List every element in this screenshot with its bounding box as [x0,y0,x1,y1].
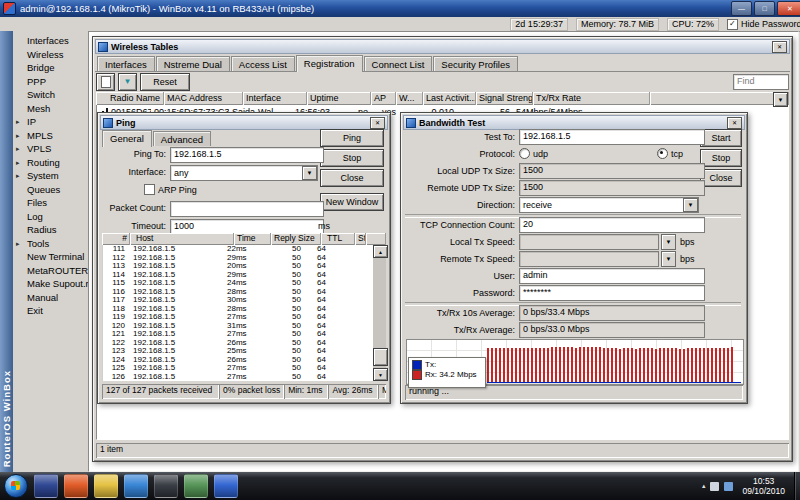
column-wds[interactable]: W... [396,92,423,105]
ping-result-row[interactable]: 118192.168.1.528ms5064 [103,305,373,314]
packet-count-input[interactable] [170,201,324,217]
sidebar-item-routing[interactable]: ▸Routing [13,156,88,170]
network-icon[interactable] [710,482,719,491]
column-mac-address[interactable]: MAC Address [164,92,243,105]
sidebar-item-tools[interactable]: ▸Tools [13,237,88,251]
scroll-up-button[interactable]: ▲ [373,245,388,258]
sidebar-item-new-terminal[interactable]: New Terminal [13,250,88,264]
password-input[interactable]: ******** [519,285,705,301]
find-input[interactable]: Find [733,74,789,90]
tray-expand-icon[interactable]: ▴ [702,482,706,490]
sidebar-item-exit[interactable]: Exit [13,304,88,318]
reset-button[interactable]: Reset [140,73,190,91]
app-icon-6[interactable] [184,474,208,498]
ping-result-row[interactable]: 117192.168.1.530ms5064 [103,296,373,305]
sidebar-item-interfaces[interactable]: Interfaces [13,34,88,48]
close-button[interactable]: ✕ [777,1,800,16]
ping-result-row[interactable]: 125192.168.1.527ms5064 [103,364,373,373]
sidebar-item-switch[interactable]: Switch [13,88,88,102]
sidebar-item-bridge[interactable]: Bridge [13,61,88,75]
test-to-input[interactable]: 192.168.1.5 [519,129,705,145]
close-ping-button[interactable]: Close [320,169,384,187]
scroll-down-button[interactable]: ▼ [373,368,388,381]
wireless-close-button[interactable]: ✕ [772,41,787,53]
column-number[interactable]: # [102,233,130,245]
column-host[interactable]: Host [130,233,234,245]
app-icon-5[interactable] [154,474,178,498]
show-desktop-button[interactable] [794,472,800,500]
tab-connect-list[interactable]: Connect List [364,56,433,71]
hide-passwords-checkbox[interactable]: ✓ Hide Passwords [727,19,800,30]
sidebar-item-queues[interactable]: Queues [13,183,88,197]
media-player-icon[interactable] [34,474,58,498]
sidebar-item-vpls[interactable]: ▸VPLS [13,142,88,156]
column-radio-name[interactable]: Radio Name [96,92,164,105]
column-ttl[interactable]: TTL [321,233,355,245]
new-window-button[interactable]: New Window [320,193,384,211]
start-button[interactable]: Start [700,129,742,147]
file-explorer-icon[interactable] [94,474,118,498]
ping-result-row[interactable]: 126192.168.1.527ms5064 [103,373,373,382]
stop-bandwidth-button[interactable]: Stop [700,149,742,167]
chevron-down-icon[interactable]: ▼ [661,234,676,250]
ping-result-row[interactable]: 116192.168.1.528ms5064 [103,288,373,297]
chevron-down-icon[interactable]: ▼ [683,198,698,212]
ping-tab-general[interactable]: General [102,130,152,147]
filter-button[interactable]: ▼ [118,73,137,91]
sidebar-item-files[interactable]: Files [13,196,88,210]
sidebar-item-radius[interactable]: Radius [13,223,88,237]
ping-result-row[interactable]: 119192.168.1.527ms5064 [103,313,373,322]
column-reply-size[interactable]: Reply Size [271,233,321,245]
column-signal-strength[interactable]: Signal Strengt... [476,92,533,105]
chevron-down-icon[interactable]: ▼ [661,251,676,267]
ping-result-row[interactable]: 123192.168.1.525ms5064 [103,347,373,356]
column-last-activity[interactable]: Last Activit... [423,92,476,105]
user-input[interactable]: admin [519,268,705,284]
memory-text[interactable]: Memory: 78.7 MiB [576,18,659,31]
protocol-udp-radio[interactable]: udp [519,148,548,159]
ping-result-row[interactable]: 111192.168.1.522ms5064 [103,245,373,254]
column-uptime[interactable]: Uptime [307,92,371,105]
sidebar-item-system[interactable]: ▸System [13,169,88,183]
browser-icon[interactable] [64,474,88,498]
direction-select[interactable]: receive ▼ [519,197,699,213]
protocol-tcp-radio[interactable]: tcp [657,148,683,159]
column-status[interactable]: Status [355,233,366,245]
sidebar-item-manual[interactable]: Manual [13,291,88,305]
column-selector-button[interactable]: ▼ [773,92,788,107]
ping-result-row[interactable]: 112192.168.1.529ms5064 [103,254,373,263]
ping-tab-advanced[interactable]: Advanced [153,131,211,146]
sidebar-item-metarouter[interactable]: MetaROUTER [13,264,88,278]
tab-registration[interactable]: Registration [296,55,363,72]
column-ap[interactable]: AP [371,92,396,105]
ping-button[interactable]: Ping [320,129,384,147]
ping-scrollbar[interactable]: ▲ ▼ [373,245,386,381]
ping-result-row[interactable]: 121192.168.1.527ms5064 [103,330,373,339]
bandwidth-close-button[interactable]: ✕ [727,117,742,129]
tab-nstreme-dual[interactable]: Nstreme Dual [156,56,230,71]
sidebar-item-make-supout-rif[interactable]: Make Supout.rif [13,277,88,291]
sidebar-item-ppp[interactable]: PPP [13,75,88,89]
sidebar-item-mpls[interactable]: ▸MPLS [13,129,88,143]
minimize-button[interactable]: — [731,1,752,16]
arp-ping-checkbox[interactable]: ARP Ping [144,184,197,195]
ping-to-input[interactable]: 192.168.1.5 [170,147,324,163]
ping-result-row[interactable]: 113192.168.1.520ms5064 [103,262,373,271]
wireless-titlebar[interactable]: Wireless Tables ✕ [95,39,790,54]
ping-result-row[interactable]: 122192.168.1.526ms5064 [103,339,373,348]
ping-result-row[interactable]: 124192.168.1.526ms5064 [103,356,373,365]
ping-result-row[interactable]: 120192.168.1.531ms5064 [103,322,373,331]
ping-result-row[interactable]: 115192.168.1.524ms5064 [103,279,373,288]
volume-icon[interactable] [724,482,733,491]
internet-explorer-icon[interactable] [124,474,148,498]
sidebar-item-ip[interactable]: ▸IP [13,115,88,129]
tab-access-list[interactable]: Access List [231,56,295,71]
close-bandwidth-button[interactable]: Close [700,169,742,187]
sidebar-item-wireless[interactable]: Wireless [13,48,88,62]
column-time[interactable]: Time [234,233,271,245]
start-button[interactable] [4,474,28,498]
stop-button[interactable]: Stop [320,149,384,167]
tcp-count-input[interactable]: 20 [519,217,705,233]
sidebar-item-mesh[interactable]: Mesh [13,102,88,116]
column-interface[interactable]: Interface [243,92,307,105]
